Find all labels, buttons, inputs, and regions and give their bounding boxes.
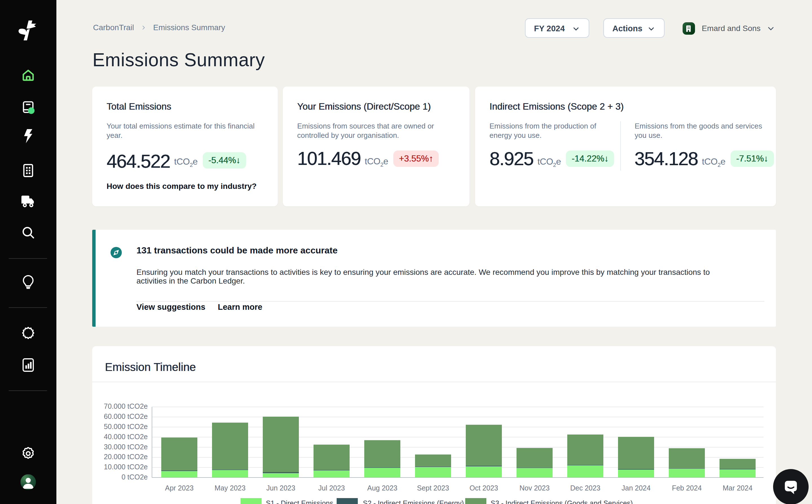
svg-text:Feb 2024: Feb 2024 (672, 484, 702, 492)
svg-text:Oct 2023: Oct 2023 (469, 484, 498, 492)
svg-text:S3 - Indirect Emissions (Goods: S3 - Indirect Emissions (Goods and Servi… (491, 499, 633, 504)
svg-text:70.000 tCO2e: 70.000 tCO2e (104, 402, 148, 410)
svg-text:20.000 tCO2e: 20.000 tCO2e (104, 453, 148, 461)
svg-text:30.000 tCO2e: 30.000 tCO2e (104, 443, 148, 451)
svg-text:Jul 2023: Jul 2023 (318, 484, 345, 492)
svg-text:May 2023: May 2023 (215, 484, 246, 492)
svg-text:Apr 2023: Apr 2023 (165, 484, 193, 492)
svg-text:0 tCO2e: 0 tCO2e (122, 473, 148, 481)
svg-text:Jan 2024: Jan 2024 (622, 484, 651, 492)
svg-text:S2 - Indirect Emissions (Energ: S2 - Indirect Emissions (Energy) (363, 499, 464, 504)
svg-text:60.000 tCO2e: 60.000 tCO2e (104, 412, 148, 420)
svg-text:Dec 2023: Dec 2023 (570, 484, 600, 492)
svg-text:Nov 2023: Nov 2023 (519, 484, 550, 492)
svg-text:10.000 tCO2e: 10.000 tCO2e (104, 463, 148, 471)
svg-text:S1 - Direct Emissions: S1 - Direct Emissions (266, 499, 333, 504)
svg-text:Aug 2023: Aug 2023 (367, 484, 397, 492)
svg-text:50.000 tCO2e: 50.000 tCO2e (104, 423, 148, 430)
svg-text:Sept 2023: Sept 2023 (417, 484, 449, 492)
svg-text:Jun 2023: Jun 2023 (266, 484, 295, 492)
svg-text:40.000 tCO2e: 40.000 tCO2e (104, 433, 148, 441)
svg-text:Mar 2024: Mar 2024 (723, 484, 753, 492)
